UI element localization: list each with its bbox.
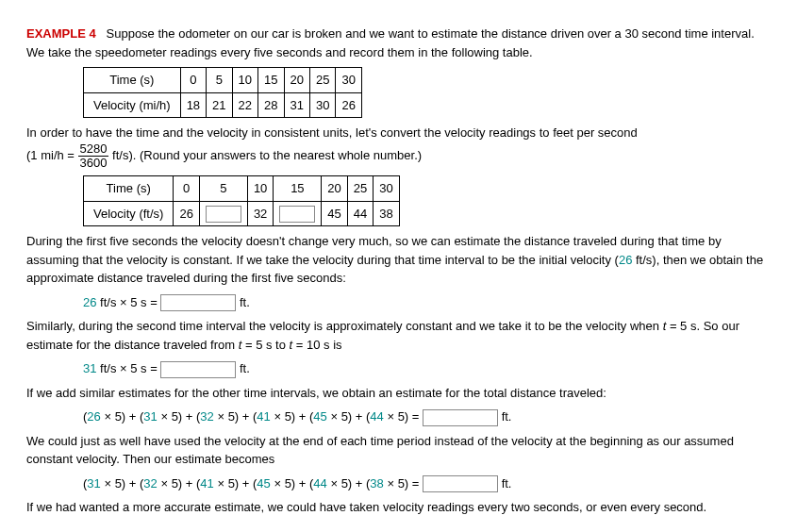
cell: 5 <box>199 176 247 202</box>
conversion-prefix: (1 mi/h = <box>26 148 78 162</box>
value-teal: 26 <box>83 295 96 309</box>
cell: 26 <box>336 92 361 118</box>
intro-paragraph: EXAMPLE 4 Suppose the odometer on our ca… <box>26 25 771 61</box>
answer-input[interactable] <box>206 206 241 223</box>
row-header: Velocity (mi/h) <box>84 92 181 118</box>
cell: 30 <box>374 176 399 202</box>
cell: 20 <box>284 68 309 93</box>
table-converted: Time (s) 0 5 10 15 20 25 30 Velocity (ft… <box>83 175 400 226</box>
paragraph-closing: If we had wanted a more accurate estimat… <box>26 498 771 517</box>
answer-input[interactable] <box>160 361 236 378</box>
cell: 18 <box>180 92 206 118</box>
answer-input[interactable] <box>423 475 498 492</box>
answer-input[interactable] <box>279 206 315 223</box>
example-label: EXAMPLE 4 <box>26 26 96 41</box>
paragraph-end-velocity: We could just as well have used the velo… <box>26 432 771 469</box>
table-row: Velocity (ft/s) 26 32 45 44 38 <box>84 201 400 226</box>
paragraph-first-interval: During the first five seconds the veloci… <box>26 232 771 288</box>
conversion-text: In order to have the time and the veloci… <box>26 125 638 140</box>
value-teal: 31 <box>83 361 96 375</box>
calc-line-2: 31 ft/s × 5 s = ft. <box>26 359 771 378</box>
fraction: 52803600 <box>78 142 109 171</box>
cell: 28 <box>258 92 284 118</box>
fraction-denominator: 3600 <box>78 157 109 170</box>
cell: 21 <box>207 92 232 118</box>
row-header: Time (s) <box>84 176 174 202</box>
answer-input[interactable] <box>423 409 498 426</box>
cell <box>274 201 322 226</box>
cell: 20 <box>322 176 347 202</box>
cell: 22 <box>232 92 257 118</box>
cell: 25 <box>309 68 335 93</box>
cell: 0 <box>180 68 206 93</box>
fraction-numerator: 5280 <box>78 142 109 157</box>
cell: 5 <box>207 68 232 93</box>
cell: 44 <box>347 201 373 226</box>
cell: 30 <box>309 92 335 118</box>
cell: 32 <box>247 201 273 226</box>
conversion-paragraph: In order to have the time and the veloci… <box>26 124 771 170</box>
cell: 31 <box>284 92 309 118</box>
table-row: Time (s) 0 5 10 15 20 25 30 <box>84 68 362 93</box>
cell: 45 <box>322 201 347 226</box>
cell: 10 <box>247 176 273 202</box>
sum-line-2: (31 × 5) + (32 × 5) + (41 × 5) + (45 × 5… <box>26 474 771 493</box>
cell: 38 <box>374 201 399 226</box>
row-header: Velocity (ft/s) <box>84 201 174 226</box>
calc-line-1: 26 ft/s × 5 s = ft. <box>26 293 771 312</box>
answer-input[interactable] <box>160 294 236 311</box>
cell: 15 <box>258 68 284 93</box>
table-row: Velocity (mi/h) 18 21 22 28 31 30 26 <box>84 92 362 118</box>
paragraph-total: If we add similar estimates for the othe… <box>26 384 771 403</box>
intro-text: Suppose the odometer on our car is broke… <box>26 26 755 59</box>
cell: 25 <box>347 176 373 202</box>
paragraph-second-interval: Similarly, during the second time interv… <box>26 317 771 354</box>
cell <box>199 201 247 226</box>
table-speedometer: Time (s) 0 5 10 15 20 25 30 Velocity (mi… <box>83 67 362 118</box>
cell: 30 <box>336 68 361 93</box>
cell: 15 <box>274 176 322 202</box>
conversion-suffix: ft/s). (Round your answers to the neares… <box>108 148 422 162</box>
value-teal: 26 <box>619 253 632 267</box>
table-row: Time (s) 0 5 10 15 20 25 30 <box>84 176 400 202</box>
cell: 0 <box>174 176 199 202</box>
sum-line-1: (26 × 5) + (31 × 5) + (32 × 5) + (41 × 5… <box>26 407 771 426</box>
cell: 26 <box>174 201 199 226</box>
row-header: Time (s) <box>84 68 181 93</box>
cell: 10 <box>232 68 257 93</box>
